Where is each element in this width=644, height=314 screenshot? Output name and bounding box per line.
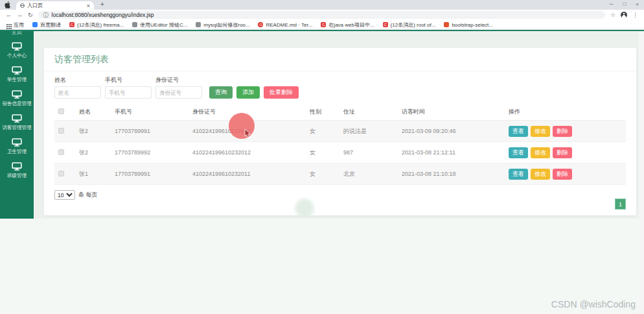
visitor-idcard-cell: 410224199610232012 [189, 142, 306, 163]
phone-filter-input[interactable] [105, 86, 152, 99]
col-phone: 手机号 [111, 104, 189, 121]
delete-button[interactable]: 删除 [553, 169, 572, 180]
pagination-bar: 10 条 每页 1 [44, 185, 636, 210]
csdn-icon: C [321, 22, 326, 27]
delete-button[interactable]: 删除 [553, 147, 572, 158]
app-page: 主页 个人中心 学生管理 宿舍信息管理 访客管理管理 卫生管理 [0, 30, 644, 314]
csdn-icon: C [69, 22, 75, 27]
site-info-icon[interactable]: ⓘ [43, 12, 49, 19]
new-tab-button[interactable]: + [100, 1, 104, 8]
watermark: CSDN @wishCoding [551, 299, 636, 309]
sidebar-item-visitor-mgmt[interactable]: 访客管理管理 [0, 114, 34, 131]
col-visit-time: 访客时间 [398, 104, 505, 121]
bookmark-item[interactable]: G README.md · Ter... [258, 22, 312, 28]
visitor-phone-cell: 17703789991 [111, 163, 189, 185]
col-actions: 操作 [505, 104, 626, 121]
select-all-checkbox[interactable] [58, 108, 64, 114]
row-checkbox[interactable] [58, 128, 64, 134]
visitor-gender-cell: 女 [306, 121, 339, 142]
url-omnibox[interactable]: ⓘ localhost:8080/xueshenggongyu/index.js… [38, 11, 605, 19]
bookmark-item[interactable]: bootstrap-select... [444, 22, 493, 28]
visitor-idcard-cell: 410224199610232011 [189, 163, 306, 185]
tab-close-icon[interactable]: × [87, 3, 90, 9]
back-icon[interactable]: ← [6, 12, 12, 18]
doc-icon [196, 22, 201, 27]
table-row: 张1 17703789991 410224199610232011 女 北京 2… [54, 163, 626, 185]
mouse-cursor-icon [244, 129, 252, 138]
monitor-icon [12, 138, 22, 147]
forward-icon[interactable]: → [17, 12, 23, 18]
sidebar-item-personal-center[interactable]: 个人中心 [0, 42, 34, 59]
filter-bar: 姓名 手机号 身份证号 查询 添加 批量删除 [44, 71, 636, 104]
visitor-address-cell: 北京 [339, 163, 398, 185]
monitor-icon [12, 42, 22, 51]
batch-delete-button[interactable]: 批量删除 [264, 86, 299, 99]
visitor-name-cell: 张1 [75, 163, 111, 185]
name-filter-label: 姓名 [54, 76, 101, 84]
view-button[interactable]: 查看 [509, 169, 528, 180]
edit-button[interactable]: 修改 [531, 126, 550, 137]
page-number-button[interactable]: 1 [615, 199, 626, 210]
view-button[interactable]: 查看 [509, 126, 528, 137]
browser-tab-strip: 入口页 × + ─ □ × [0, 0, 644, 10]
minimize-button[interactable]: ─ [610, 1, 614, 7]
visitor-gender-cell: 女 [306, 163, 339, 185]
sidebar-item-class-mgmt[interactable]: 班级管理 [0, 162, 34, 179]
bookmark-apps[interactable]: 应用 [6, 21, 24, 29]
view-button[interactable]: 查看 [509, 147, 528, 158]
visitor-phone-cell: 17703789991 [111, 121, 189, 142]
sidebar-item-student-mgmt[interactable]: 学生管理 [0, 66, 34, 83]
url-text: localhost:8080/xueshenggongyu/index.jsp [52, 12, 154, 18]
col-address: 住址 [339, 104, 398, 121]
globe-icon [20, 3, 25, 8]
profile-avatar[interactable] [621, 12, 627, 18]
bookmark-item[interactable]: 百度翻译 [32, 21, 61, 29]
sidebar-item-home[interactable]: 主页 [0, 31, 34, 35]
tab-title: 入口页 [27, 2, 84, 9]
reload-icon[interactable]: ↻ [28, 12, 33, 18]
browser-menu-icon[interactable]: ⋮ [632, 12, 638, 18]
bookmarks-bar: 应用 百度翻译 C (12条消息) freema... 使用UEditor 报错… [0, 20, 644, 30]
search-button[interactable]: 查询 [209, 86, 233, 99]
visitor-phone-cell: 17703789992 [111, 142, 189, 163]
idcard-filter-input[interactable] [155, 86, 202, 99]
bookmark-item[interactable]: C 在java web项目中... [321, 21, 374, 29]
page-title: 访客管理列表 [44, 48, 636, 71]
window-close-button[interactable]: × [636, 1, 639, 7]
visitor-time-cell: 2021-03-08 21:12:11 [398, 142, 505, 163]
edit-button[interactable]: 修改 [531, 169, 550, 180]
bootstrap-icon [444, 22, 449, 27]
apps-grid-icon [6, 24, 8, 25]
monitor-icon [12, 162, 22, 171]
bookmark-item[interactable]: C (12条消息) root of... [383, 21, 436, 29]
name-filter-input[interactable] [54, 86, 101, 99]
visitor-address-cell: 的说法是 [339, 121, 398, 142]
sidebar-item-hygiene-mgmt[interactable]: 卫生管理 [0, 138, 34, 155]
screen: 入口页 × + ─ □ × ← → ↻ ⓘ localhost:8080/xue… [0, 0, 644, 314]
monitor-icon [12, 66, 22, 75]
window-controls: ─ □ × [610, 1, 639, 7]
delete-button[interactable]: 删除 [553, 126, 572, 137]
monitor-icon [12, 90, 22, 99]
add-button[interactable]: 添加 [236, 86, 260, 99]
page-size-select[interactable]: 10 [54, 190, 75, 200]
edit-button[interactable]: 修改 [531, 147, 550, 158]
row-checkbox[interactable] [58, 149, 64, 155]
maximize-button[interactable]: □ [623, 1, 626, 7]
bookmark-item[interactable]: 使用UEditor 报错C... [132, 21, 187, 29]
per-page-label: 条 每页 [78, 191, 98, 199]
apple-logo-icon [5, 1, 10, 8]
sidebar: 主页 个人中心 学生管理 宿舍信息管理 访客管理管理 卫生管理 [0, 31, 34, 219]
visitor-time-cell: 2021-03-08 21:10:18 [398, 163, 505, 185]
table-row: 张2 17703789992 410224199610232012 女 987 … [54, 142, 626, 163]
sidebar-item-dorm-info-mgmt[interactable]: 宿舍信息管理 [0, 90, 34, 107]
bookmark-item[interactable]: C (12条消息) freema... [69, 21, 124, 29]
bookmark-item[interactable]: mysql如何修改roo... [196, 21, 249, 29]
row-actions-cell: 查看修改删除 [505, 121, 626, 142]
bookmark-star-icon[interactable]: ☆ [610, 12, 615, 18]
browser-tab[interactable]: 入口页 × [16, 1, 94, 10]
gitee-icon: G [258, 22, 263, 27]
visitor-name-cell: 张2 [75, 121, 111, 142]
page-scrollbar[interactable] [639, 31, 644, 314]
row-checkbox[interactable] [58, 171, 64, 176]
